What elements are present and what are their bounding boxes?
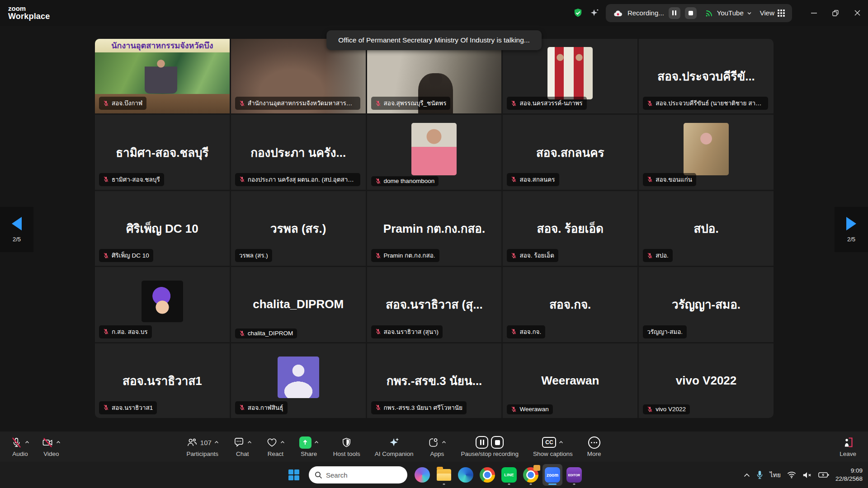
participant-tile[interactable]: สอจ.กจ.สอจ.กจ. [503,267,637,342]
taskbar-search[interactable] [309,466,407,483]
taskbar-app-file-explorer[interactable] [434,464,454,486]
participant-tile[interactable]: นักงานอุตสาหกรรมจังหวัดบึงสอจ.บึงกาฬ [95,39,230,113]
chevron-up-icon[interactable] [280,441,285,444]
toolbar-apps-button[interactable]: Apps [421,432,453,462]
taskbar-app-edge[interactable] [456,464,476,486]
chevron-down-icon[interactable] [747,11,752,15]
participant-tile[interactable]: สอจ. ร้อยเอ็ดสอจ. ร้อยเอ็ด [503,191,637,266]
stop-recording-icon[interactable] [491,436,504,449]
muted-mic-icon [239,404,245,410]
tray-clock[interactable]: 9:09 22/8/2568 [835,467,863,483]
participant-tile[interactable]: vivo V2022vivo V2022 [639,343,774,418]
participant-tile[interactable]: วรัญญา-สมอ.วรัญญา-สมอ. [639,267,774,342]
name-label-text: สอจ. ร้อยเอ็ด [519,250,554,260]
participant-tile[interactable]: Pramin กต.กง.กสอ.Pramin กต.กง.กสอ. [367,191,502,266]
zoom-workplace-logo: zoom Workplace [8,5,50,20]
participant-name-large: สปอ. [688,219,724,238]
toolbar-audio-button[interactable]: Audio [5,432,36,462]
taskbar-app-zoom[interactable]: zoom [542,464,562,486]
taskbar-app-copilot[interactable] [412,464,432,486]
toolbar-show-captions-button[interactable]: CCShow captions [527,432,579,462]
participant-tile[interactable]: สอจ.นราธิวาส1สอจ.นราธิวาส1 [95,343,230,418]
tray-chevron-up-icon[interactable] [744,473,750,477]
participant-tile[interactable]: ก.สอ. สอจ.บร [95,267,230,342]
participant-tile[interactable]: chalita_DIPROMchalita_DIPROM [231,267,366,342]
stop-recording-button[interactable] [685,7,697,19]
shield-host-tools-icon [341,437,352,448]
toolbar-react-button[interactable]: React [260,432,291,462]
participant-name-large: กพร.-สรข.3 นัยน... [381,371,488,390]
chevron-up-icon[interactable] [247,441,252,444]
chevron-up-icon[interactable] [559,441,563,444]
name-label-text: สอจ.ขอนแก่น [656,174,692,184]
participant-tile[interactable]: สอจ.ประจวบคีรีขั...สอจ.ประจวบคีรีขันธ์ (… [639,39,774,113]
meeting-stage: Office of Permanent Secretary Ministry O… [0,26,868,432]
chevron-up-icon[interactable] [314,441,319,444]
name-label: สอจ.กาฬสินธุ์ [235,401,288,414]
security-shield-icon[interactable] [573,8,583,18]
chrome-icon [480,467,495,483]
toolbar-chat-button[interactable]: Chat [227,432,258,462]
cloud-recording-icon [613,9,623,17]
name-label: Pramin กต.กง.กสอ. [371,249,439,262]
tray-microphone-icon[interactable] [756,470,763,479]
name-label-text: สอจ.กาฬสินธุ์ [248,403,283,413]
name-label-text: สอจ.ประจวบคีรีขันธ์ (นายชาติชาย สาโรจน์) [656,98,764,108]
muted-mic-icon [647,176,653,182]
volume-muted-icon[interactable] [802,471,812,479]
participant-tile[interactable]: วรพล (สร.)วรพล (สร.) [231,191,366,266]
page-indicator: 2/5 [13,236,21,243]
running-indicator [573,483,576,485]
toolbar-share-button[interactable]: Share [293,432,325,462]
wifi-icon[interactable] [787,471,796,479]
participant-tile[interactable]: ธามิศา-สอจ.ชลบุรีธามิศา-สอจ.ชลบุรี [95,115,230,189]
taskbar-app-chrome[interactable] [477,464,497,486]
participant-tile[interactable]: dome thanomboon [367,115,502,189]
participant-tile[interactable]: สอจ.สกลนครสอจ.สกลนคร [503,115,637,189]
taskbar-app-chrome-ext[interactable] [521,464,541,486]
minimize-button[interactable] [803,0,825,26]
toolbar-more-button[interactable]: More [581,432,608,462]
participant-tile[interactable]: สปอ.สปอ. [639,191,774,266]
restore-button[interactable] [825,0,846,26]
participant-tile[interactable]: สอจ.ขอนแก่น [639,115,774,189]
taskbar-app-line[interactable]: LINE [499,464,519,486]
start-button[interactable] [284,464,304,486]
muted-mic-icon [103,176,109,182]
name-label: สอจ.นครสวรรค์-นภาพร [507,97,586,110]
toolbar-participants-button[interactable]: 107Participants [180,432,225,462]
chevron-up-icon[interactable] [25,441,29,444]
arrow-right-icon [846,217,856,230]
toolbar-leave-button[interactable]: Leave [833,432,868,462]
pause-recording-icon[interactable] [476,436,488,449]
name-label: ก.สอ. สอจ.บร [99,325,152,338]
muted-mic-icon [375,100,381,106]
live-stream-group[interactable]: YouTube [705,9,752,18]
search-input[interactable] [326,471,394,479]
gallery-next-page-button[interactable]: 2/5 [835,207,868,252]
chevron-up-icon[interactable] [56,441,61,444]
pause-recording-button[interactable] [669,7,680,19]
participant-name-large: vivo V2022 [670,374,742,388]
ai-sparkle-icon[interactable] [590,8,599,18]
participant-tile[interactable]: ศิริเพ็ญ DC 10ศิริเพ็ญ DC 10 [95,191,230,266]
chevron-up-icon[interactable] [214,441,219,444]
logo-zoom-text: zoom [8,5,50,12]
view-button[interactable]: View [760,9,785,17]
battery-icon[interactable] [818,471,829,479]
chevron-up-icon[interactable] [442,441,446,444]
toolbar-pause-stop-recording-button[interactable]: Pause/stop recording [454,432,525,462]
participant-tile[interactable]: สอจ.นราธิวาส (สุ...สอจ.นราธิวาส (สุนา) [367,267,502,342]
participant-tile[interactable]: สอจ.กาฬสินธุ์ [231,343,366,418]
close-button[interactable] [846,0,868,26]
language-indicator[interactable]: ไทย [769,470,780,480]
participant-tile[interactable]: กองประภา นครัง...กองประภา นครังสุ ผตน.อก… [231,115,366,189]
participant-tile[interactable]: กพร.-สรข.3 นัยน...กพร.-สรข.3 นัยนา ศรีโว… [367,343,502,418]
taskbar-app-editor[interactable]: EDITOR [564,464,584,486]
logo-workplace-text: Workplace [8,12,50,21]
participant-tile[interactable]: WeerawanWeerawan [503,343,637,418]
toolbar-video-button[interactable]: Video [36,432,67,462]
gallery-prev-page-button[interactable]: 2/5 [0,207,33,252]
toolbar-ai-companion-button[interactable]: AI Companion [368,432,420,462]
toolbar-host-tools-button[interactable]: Host tools [327,432,367,462]
